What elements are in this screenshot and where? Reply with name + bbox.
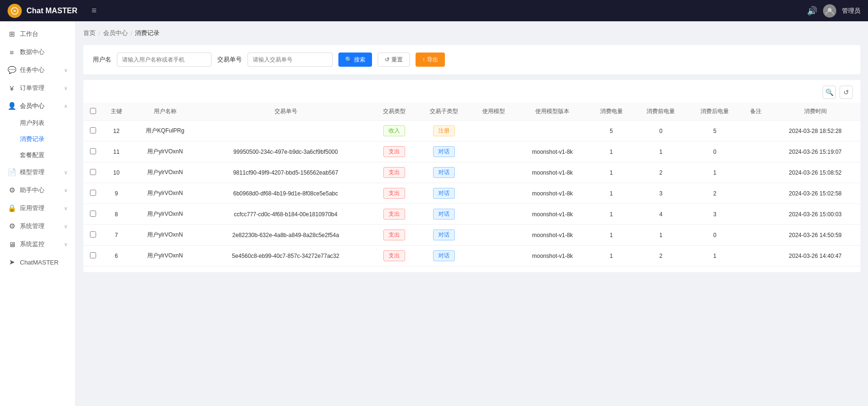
assistant-center-arrow: ∨ — [64, 187, 68, 194]
row-checkbox-3[interactable] — [90, 190, 96, 196]
sidebar-label-app-mgmt: 应用管理 — [20, 204, 44, 212]
sidebar-item-sys-monitor[interactable]: 🖥 系统监控 ∨ — [0, 235, 75, 253]
cell-sub-type-badge: 对话 — [433, 209, 455, 220]
col-model-version: 使用模型版本 — [516, 103, 589, 121]
cell-transaction-type-badge: 支出 — [383, 229, 405, 240]
col-transaction-no: 交易单号 — [200, 103, 372, 121]
transaction-input[interactable] — [248, 53, 333, 67]
cell-transaction-no: ccfcc777-cd0c-4f68-b184-00e1810970b4 — [200, 204, 372, 225]
cell-sub-type-badge: 对话 — [433, 146, 455, 157]
col-model: 使用模型 — [471, 103, 516, 121]
sidebar-item-task-center[interactable]: 💬 任务中心 ∨ — [0, 61, 75, 79]
col-sub-type: 交易子类型 — [417, 103, 471, 121]
cell-sub-type: 对话 — [417, 183, 471, 204]
sidebar-item-order-mgmt[interactable]: ¥ 订单管理 ∨ — [0, 79, 75, 97]
task-center-arrow: ∨ — [64, 67, 68, 73]
cell-consumption: 1 — [589, 162, 634, 183]
bell-icon[interactable]: 🔊 — [807, 6, 817, 16]
select-all-col — [83, 103, 102, 121]
cell-transaction-type-badge: 支出 — [383, 146, 405, 157]
row-checkbox-6[interactable] — [90, 252, 96, 258]
cell-model-version — [516, 121, 589, 141]
search-table-btn[interactable]: 🔍 — [823, 86, 836, 99]
username-input[interactable] — [117, 53, 212, 67]
layout: ⊞ 工作台 ≡ 数据中心 💬 任务中心 ∨ ¥ 订单管理 ∨ 👤 会员中心 ∧ … — [0, 21, 868, 406]
sidebar-item-user-list[interactable]: 用户列表 — [0, 115, 75, 131]
cell-sub-type-badge: 对话 — [433, 167, 455, 178]
sidebar-item-app-mgmt[interactable]: 🔒 应用管理 ∨ — [0, 199, 75, 217]
member-center-arrow: ∧ — [64, 103, 68, 109]
cell-time: 2024-03-26 15:19:07 — [770, 141, 860, 162]
sidebar-item-consumption-records[interactable]: 消费记录 — [0, 131, 75, 147]
sys-mgmt-icon: ⚙ — [8, 222, 16, 230]
cell-remark — [742, 183, 770, 204]
row-checkbox-4[interactable] — [90, 211, 96, 217]
cell-time: 2024-03-26 14:40:47 — [770, 246, 860, 266]
cell-id: 12 — [102, 121, 131, 141]
sidebar-item-member-center[interactable]: 👤 会员中心 ∧ — [0, 97, 75, 115]
cell-id: 11 — [102, 141, 131, 162]
order-mgmt-icon: ¥ — [8, 84, 16, 92]
table-row: 6用户ylrVOxnN5e4560c8-eb99-40c7-857c-34272… — [83, 246, 860, 266]
cell-transaction-no: 9811cf90-49f9-4207-bbd5-156562eab567 — [200, 162, 372, 183]
cell-sub-type: 对话 — [417, 141, 471, 162]
sidebar-item-chatmaster[interactable]: ➤ ChatMASTER — [0, 253, 75, 271]
cell-transaction-type: 支出 — [372, 183, 417, 204]
cell-sub-type: 对话 — [417, 225, 471, 246]
cell-transaction-type-badge: 支出 — [383, 209, 405, 220]
table-row: 7用户ylrVOxnN2e82230b-632e-4a8b-a849-8a28c… — [83, 225, 860, 246]
breadcrumb-home[interactable]: 首页 — [83, 29, 96, 37]
cell-remark — [742, 141, 770, 162]
cell-username: 用户ylrVOxnN — [131, 183, 200, 204]
cell-consumption: 5 — [589, 121, 634, 141]
sidebar-item-sys-mgmt[interactable]: ⚙ 系统管理 ∨ — [0, 217, 75, 235]
cell-username: 用户ylrVOxnN — [131, 246, 200, 266]
row-checkbox-0[interactable] — [90, 127, 96, 133]
search-bar: 用户名 交易单号 🔍 搜索 ↺ 重置 ↑ 导出 — [83, 45, 860, 74]
cell-id: 6 — [102, 246, 131, 266]
cell-after: 0 — [688, 225, 742, 246]
header: Chat MASTER ≡ 🔊 管理员 — [0, 0, 868, 21]
consumption-table: 主键 用户名称 交易单号 交易类型 交易子类型 使用模型 使用模型版本 消费电量… — [83, 103, 860, 266]
logo-icon — [8, 4, 22, 18]
sidebar-label-chatmaster: ChatMASTER — [20, 259, 59, 266]
cell-consumption: 1 — [589, 183, 634, 204]
row-checkbox-5[interactable] — [90, 231, 96, 238]
sidebar: ⊞ 工作台 ≡ 数据中心 💬 任务中心 ∨ ¥ 订单管理 ∨ 👤 会员中心 ∧ … — [0, 21, 76, 406]
sidebar-item-workbench[interactable]: ⊞ 工作台 — [0, 25, 75, 43]
cell-time: 2024-03-26 15:00:03 — [770, 204, 860, 225]
table-row: 12用户KQFulPRg收入注册5052024-03-28 18:52:28 — [83, 121, 860, 141]
cell-time: 2024-03-26 14:50:59 — [770, 225, 860, 246]
row-checkbox-1[interactable] — [90, 148, 96, 154]
workbench-icon: ⊞ — [8, 30, 16, 38]
export-button[interactable]: ↑ 导出 — [416, 53, 445, 67]
cell-transaction-type: 支出 — [372, 204, 417, 225]
search-button[interactable]: 🔍 搜索 — [338, 53, 372, 67]
sidebar-item-data-center[interactable]: ≡ 数据中心 — [0, 43, 75, 61]
row-checkbox-2[interactable] — [90, 169, 96, 175]
cell-username: 用户KQFulPRg — [131, 121, 200, 141]
cell-transaction-no: 5e4560c8-eb99-40c7-857c-34272e77ac32 — [200, 246, 372, 266]
col-remark: 备注 — [742, 103, 770, 121]
sidebar-item-model-mgmt[interactable]: 📄 模型管理 ∨ — [0, 163, 75, 181]
breadcrumb-member-center[interactable]: 会员中心 — [103, 29, 128, 37]
cell-after: 1 — [688, 162, 742, 183]
sys-mgmt-arrow: ∨ — [64, 223, 68, 229]
sidebar-item-assistant-center[interactable]: ⚙ 助手中心 ∨ — [0, 181, 75, 199]
sidebar-item-package-config[interactable]: 套餐配置 — [0, 147, 75, 163]
menu-icon[interactable]: ≡ — [92, 6, 97, 16]
cell-after: 3 — [688, 204, 742, 225]
sidebar-label-task-center: 任务中心 — [20, 66, 44, 74]
sys-monitor-arrow: ∨ — [64, 241, 68, 247]
cell-transaction-no: 6b0968d0-df68-4b19-9d1e-8f08ce5e5abc — [200, 183, 372, 204]
select-all-checkbox[interactable] — [90, 108, 96, 114]
reset-button[interactable]: ↺ 重置 — [378, 53, 410, 67]
col-transaction-type: 交易类型 — [372, 103, 417, 121]
cell-model-version: moonshot-v1-8k — [516, 183, 589, 204]
cell-before: 4 — [634, 204, 688, 225]
cell-transaction-type-badge: 支出 — [383, 167, 405, 178]
cell-username: 用户ylrVOxnN — [131, 204, 200, 225]
breadcrumb-current: 消费记录 — [135, 29, 159, 37]
refresh-table-btn[interactable]: ↺ — [840, 86, 853, 99]
cell-before: 0 — [634, 121, 688, 141]
